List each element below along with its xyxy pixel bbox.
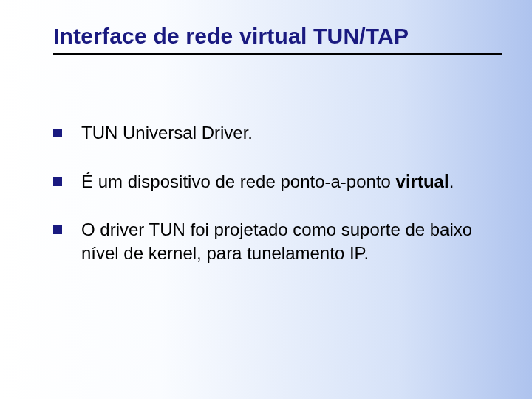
bullet-text-bold: virtual — [396, 171, 449, 191]
list-item: É um dispositivo de rede ponto-a-ponto v… — [53, 170, 502, 194]
bullet-text-prefix: É um dispositivo de rede ponto-a-ponto — [81, 171, 396, 191]
slide: Interface de rede virtual TUN/TAP TUN Un… — [0, 0, 532, 399]
list-item: O driver TUN foi projetado como suporte … — [53, 218, 502, 265]
bullet-text: TUN Universal Driver. — [81, 123, 253, 143]
slide-title: Interface de rede virtual TUN/TAP — [53, 24, 502, 55]
bullet-list: TUN Universal Driver. É um dispositivo d… — [53, 121, 502, 265]
list-item: TUN Universal Driver. — [53, 121, 502, 145]
bullet-text: O driver TUN foi projetado como suporte … — [81, 219, 472, 263]
bullet-text-suffix: . — [449, 171, 454, 191]
